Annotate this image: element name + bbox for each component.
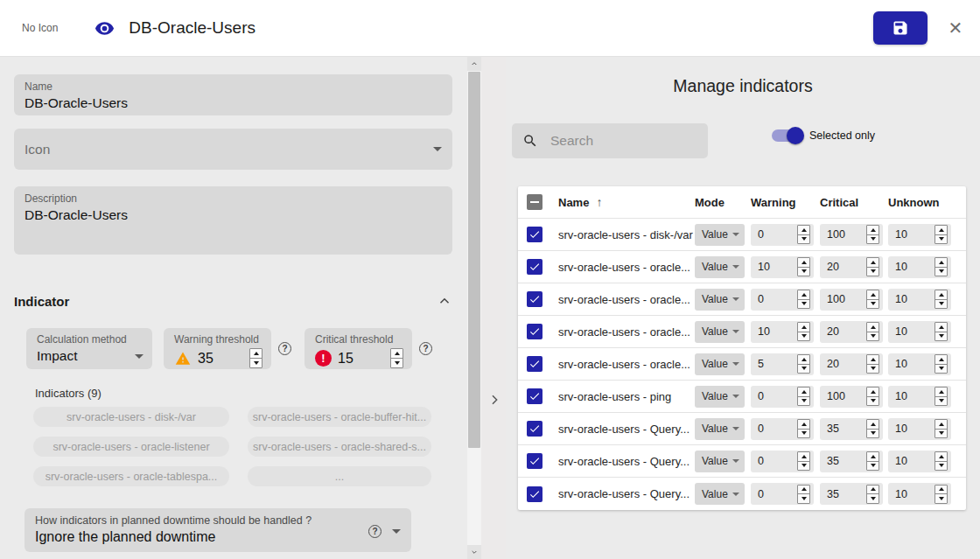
number-stepper[interactable]: [934, 290, 948, 309]
search-input[interactable]: [550, 133, 682, 149]
number-stepper[interactable]: [934, 225, 948, 244]
left-panel-scrollbar[interactable]: [467, 57, 481, 559]
number-stepper[interactable]: [866, 485, 879, 504]
close-icon[interactable]: ✕: [945, 17, 966, 38]
mode-select[interactable]: Value: [695, 353, 745, 375]
indicator-chip[interactable]: srv-oracle-users - oracle-buffer-hit...: [248, 407, 431, 427]
description-field[interactable]: Description DB-Oracle-Users: [14, 186, 452, 255]
toggle-track[interactable]: [772, 129, 802, 142]
mode-select[interactable]: Value: [695, 418, 745, 440]
unknown-input[interactable]: 10: [888, 289, 951, 311]
number-stepper[interactable]: [797, 387, 810, 406]
number-stepper[interactable]: [934, 387, 948, 406]
save-button[interactable]: [873, 11, 928, 45]
row-checkbox[interactable]: [527, 259, 542, 275]
number-stepper[interactable]: [797, 257, 810, 276]
indicator-chip[interactable]: srv-oracle-users - oracle-tablespa...: [33, 466, 229, 486]
unknown-input[interactable]: 10: [888, 353, 951, 375]
number-stepper[interactable]: [797, 485, 810, 504]
number-stepper[interactable]: [797, 322, 810, 341]
unknown-input[interactable]: 10: [888, 386, 951, 408]
row-checkbox[interactable]: [527, 486, 542, 502]
number-stepper[interactable]: [934, 354, 948, 374]
warning-input[interactable]: 0: [751, 386, 814, 408]
unknown-input[interactable]: 10: [888, 256, 951, 278]
number-stepper[interactable]: [797, 290, 810, 309]
unknown-input[interactable]: 10: [888, 224, 951, 246]
mode-select[interactable]: Value: [695, 289, 745, 311]
number-stepper[interactable]: [934, 322, 948, 341]
warning-input[interactable]: 0: [751, 224, 814, 246]
calculation-method-select[interactable]: Calculation method Impact: [26, 328, 152, 369]
mode-select[interactable]: Value: [695, 224, 745, 246]
search-field[interactable]: [512, 123, 708, 158]
critical-input[interactable]: 100: [820, 386, 883, 408]
number-stepper[interactable]: [866, 322, 879, 341]
number-stepper[interactable]: [934, 257, 948, 276]
critical-input[interactable]: 35: [820, 451, 883, 472]
warning-input[interactable]: 0: [751, 289, 814, 311]
critical-input[interactable]: 20: [820, 256, 883, 278]
number-stepper[interactable]: [866, 354, 879, 374]
help-icon[interactable]: ?: [419, 342, 432, 355]
critical-input[interactable]: 35: [820, 483, 883, 505]
unknown-input[interactable]: 10: [888, 451, 951, 472]
number-stepper[interactable]: [934, 485, 948, 504]
critical-input[interactable]: 100: [820, 289, 883, 311]
help-icon[interactable]: ?: [368, 525, 382, 538]
number-stepper[interactable]: [866, 387, 879, 406]
unknown-input[interactable]: 10: [888, 483, 951, 505]
scroll-up-button[interactable]: [467, 57, 481, 71]
sort-ascending-icon[interactable]: ↑: [596, 195, 602, 209]
warning-input[interactable]: 0: [751, 451, 814, 472]
mode-select[interactable]: Value: [695, 451, 745, 472]
critical-input[interactable]: 20: [820, 321, 883, 343]
unknown-input[interactable]: 10: [888, 418, 951, 440]
number-stepper[interactable]: [934, 451, 948, 471]
indicator-chip[interactable]: srv-oracle-users - oracle-listener: [33, 437, 229, 457]
warning-threshold-stepper[interactable]: [249, 348, 262, 368]
critical-threshold-field[interactable]: Critical threshold ! 15: [304, 328, 412, 369]
critical-input[interactable]: 35: [820, 418, 883, 440]
row-checkbox[interactable]: [527, 388, 542, 404]
row-checkbox[interactable]: [527, 356, 542, 372]
help-icon[interactable]: ?: [278, 342, 291, 355]
select-all-checkbox[interactable]: [527, 194, 542, 210]
column-name[interactable]: Name: [558, 196, 589, 209]
number-stepper[interactable]: [797, 451, 810, 471]
number-stepper[interactable]: [934, 419, 948, 438]
mode-select[interactable]: Value: [695, 256, 745, 278]
selected-only-toggle[interactable]: Selected only: [772, 129, 875, 142]
scroll-down-button[interactable]: [467, 545, 481, 559]
warning-threshold-field[interactable]: Warning threshold 35: [164, 328, 271, 369]
critical-input[interactable]: 20: [820, 353, 883, 375]
mode-select[interactable]: Value: [695, 386, 745, 408]
number-stepper[interactable]: [866, 419, 879, 438]
number-stepper[interactable]: [866, 290, 879, 309]
downtime-handling-select[interactable]: How indicators in planned downtime shoul…: [24, 508, 411, 552]
critical-threshold-stepper[interactable]: [390, 348, 403, 368]
mode-select[interactable]: Value: [695, 483, 745, 505]
indicator-chip-overflow[interactable]: ...: [248, 466, 431, 486]
unknown-input[interactable]: 10: [888, 321, 951, 343]
warning-input[interactable]: 10: [751, 321, 814, 343]
icon-select[interactable]: Icon: [14, 129, 452, 170]
warning-input[interactable]: 0: [751, 483, 814, 505]
expand-panel-button[interactable]: [484, 388, 505, 412]
warning-input[interactable]: 10: [751, 256, 814, 278]
number-stepper[interactable]: [797, 419, 810, 438]
mode-select[interactable]: Value: [695, 321, 745, 343]
indicator-chip[interactable]: srv-oracle-users - oracle-shared-s...: [248, 437, 431, 457]
name-field[interactable]: Name DB-Oracle-Users: [14, 74, 452, 115]
row-checkbox[interactable]: [527, 421, 542, 437]
indicator-chip[interactable]: srv-oracle-users - disk-/var: [33, 407, 229, 427]
row-checkbox[interactable]: [527, 227, 542, 242]
row-checkbox[interactable]: [527, 291, 542, 307]
number-stepper[interactable]: [797, 225, 810, 244]
row-checkbox[interactable]: [527, 324, 542, 339]
number-stepper[interactable]: [866, 451, 879, 471]
scrollbar-thumb[interactable]: [468, 72, 480, 448]
critical-input[interactable]: 100: [820, 224, 883, 246]
number-stepper[interactable]: [866, 257, 879, 276]
row-checkbox[interactable]: [527, 453, 542, 469]
